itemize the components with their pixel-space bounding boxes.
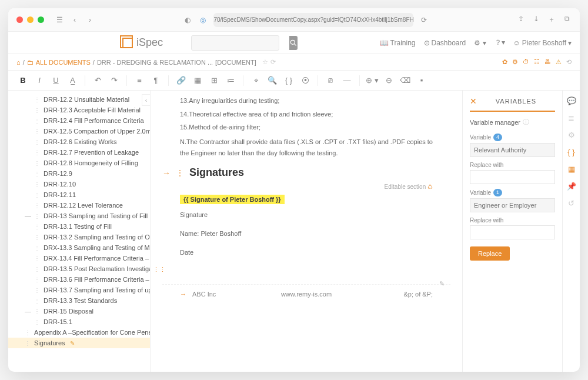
close-panel-icon[interactable]: ✕: [470, 96, 477, 106]
replace-input-1[interactable]: [470, 170, 555, 184]
outline-item[interactable]: ⋮DRR-13.5 Post Reclamation Investigation: [8, 264, 150, 274]
italic-button[interactable]: I: [33, 74, 46, 87]
anchor-button[interactable]: ⌖: [249, 74, 262, 87]
var-button[interactable]: ⦿: [299, 74, 312, 87]
crumb-folder-icon[interactable]: 🗀: [27, 59, 34, 66]
action-icon-4[interactable]: ☷: [534, 58, 540, 66]
redo-button[interactable]: ↷: [108, 74, 121, 87]
outline-item[interactable]: ⋮DRR-12.6 Existing Works: [8, 136, 150, 147]
action-icon-1[interactable]: ✿: [502, 58, 507, 66]
outline-item[interactable]: ⋮DRR-13.1 Testing of Fill: [8, 221, 150, 232]
fullscreen-button[interactable]: ▪: [415, 74, 428, 87]
sidebar-toggle-icon[interactable]: ☰: [55, 16, 64, 24]
nav-dashboard[interactable]: ⊙ Dashboard: [424, 39, 466, 47]
list-button[interactable]: ≔: [224, 74, 237, 87]
align-button[interactable]: ≡: [133, 74, 146, 87]
recycle-icon[interactable]: ♺: [427, 184, 433, 190]
nav-forward-icon[interactable]: ›: [85, 16, 95, 24]
collapse-sidebar-icon[interactable]: ‹: [142, 94, 150, 106]
clear-format-button[interactable]: ⌫: [399, 74, 412, 87]
sig-marker-icon[interactable]: ⋮⋮: [153, 266, 166, 274]
extension-icon[interactable]: ◎: [198, 16, 208, 24]
nav-settings-icon[interactable]: ⚙ ▾: [474, 39, 486, 47]
outline-item[interactable]: ⋮DRR-13.3 Test Standards: [8, 295, 150, 306]
image-button[interactable]: ▦: [191, 74, 204, 87]
variable-manager-link[interactable]: Variable managerⓘ: [470, 118, 555, 126]
maximize-window[interactable]: [38, 16, 44, 23]
footer-arrow-icon[interactable]: →: [180, 291, 186, 298]
link-button[interactable]: 🔗: [175, 74, 188, 87]
outline-item[interactable]: ⋮DRX-13.3 Sampling and Testing of Marine…: [8, 242, 150, 253]
rail-history-icon[interactable]: ↺: [568, 199, 574, 208]
nav-help-icon[interactable]: ？▾: [495, 38, 505, 48]
nav-back-icon[interactable]: ‹: [70, 16, 79, 24]
outline-item[interactable]: ⋮DRR-13.6 Fill Performance Criteria – De…: [8, 274, 150, 285]
help-icon[interactable]: ⓘ: [523, 118, 529, 126]
outline-sidebar[interactable]: ‹ ⋮DRR-12.2 Unsuitable Material⋮DRR-12.3…: [8, 91, 151, 372]
signature-placeholder[interactable]: {{ Signature of Pieter Boshoff }}: [180, 195, 285, 204]
outline-item[interactable]: ⋮DRR-12.10: [8, 179, 150, 189]
outline-item[interactable]: ⋮DRR-12.7 Prevention of Leakage: [8, 147, 150, 158]
underline-button[interactable]: U: [49, 74, 62, 87]
search-input[interactable]: [192, 36, 289, 50]
replace-button[interactable]: Replace: [470, 246, 510, 261]
close-window[interactable]: [16, 16, 23, 23]
undo-button[interactable]: ↶: [91, 74, 104, 87]
edit-footer-icon[interactable]: ✎: [439, 280, 445, 288]
minimize-window[interactable]: [27, 16, 34, 23]
rail-chat-icon[interactable]: 💬: [567, 96, 576, 105]
reload-icon[interactable]: ⟳: [419, 16, 429, 24]
global-search[interactable]: [191, 35, 279, 51]
url-bar[interactable]: 192.168.1.170/iSpecDMS/ShowDocumentCopy.…: [213, 13, 413, 27]
rail-code-icon[interactable]: { }: [567, 148, 574, 156]
outline-item[interactable]: ⋮DRR-12.8 Homogeneity of Filling: [8, 158, 150, 168]
shield-icon[interactable]: ◐: [183, 16, 192, 24]
zoom-in-button[interactable]: ⊕ ▾: [366, 74, 379, 87]
outline-item[interactable]: ⋮DRX-13.4 Fill Performance Criteria – De…: [8, 253, 150, 264]
sync-icon[interactable]: ⟲: [566, 58, 572, 66]
rail-pin-icon[interactable]: 📌: [567, 182, 576, 191]
outline-item[interactable]: ⋮DRR-13.7 Sampling and Testing of upper …: [8, 285, 150, 295]
star-icon[interactable]: ☆: [262, 58, 268, 66]
bold-button[interactable]: B: [16, 74, 29, 87]
document-content[interactable]: 13.Any irregularities during testing; 14…: [151, 91, 462, 372]
crumb-all-docs[interactable]: ALL DOCUMENTS: [36, 59, 91, 66]
action-icon-2[interactable]: ⚙: [512, 58, 518, 66]
outline-item[interactable]: ⋮DRR-12.12 Level Tolerance: [8, 200, 150, 211]
outline-item[interactable]: ⋮DRR-12.4 Fill Performance Criteria: [8, 115, 150, 126]
outline-item[interactable]: ⋮Appendix A –Specification for Cone Pene…: [8, 327, 150, 338]
font-color-button[interactable]: A̲: [66, 74, 79, 87]
section-arrow-icon[interactable]: →: [162, 168, 171, 178]
outline-item[interactable]: ⋮DRX-12.5 Compaction of Upper 2.0m of On…: [8, 126, 150, 136]
pagebreak-button[interactable]: ⎚: [324, 74, 337, 87]
replace-input-2[interactable]: [470, 225, 555, 239]
outline-item[interactable]: ⋮DRR-13.2 Sampling and Testing of On Lan…: [8, 232, 150, 242]
action-icon-5[interactable]: 🖶: [544, 58, 551, 66]
new-tab-icon[interactable]: ＋: [547, 15, 556, 25]
logo[interactable]: iSpec: [122, 36, 163, 49]
outline-item[interactable]: —⋮DRR-15 Disposal: [8, 306, 150, 316]
refresh-icon[interactable]: ⟳: [270, 58, 276, 66]
download-icon[interactable]: ⤓: [532, 15, 541, 25]
crumb-home-icon[interactable]: ⌂: [16, 59, 21, 66]
outline-item[interactable]: ⋮DRR-12.9: [8, 168, 150, 179]
rail-grid-icon[interactable]: ▦: [568, 165, 575, 174]
outline-item[interactable]: ⋮Signatures✎: [8, 338, 150, 348]
search-button[interactable]: [289, 36, 298, 50]
outline-item[interactable]: ⋮DRR-15.1: [8, 316, 150, 327]
share-icon[interactable]: ⇪: [516, 15, 526, 25]
action-icon-3[interactable]: ⏱: [523, 58, 529, 66]
variable-input-1[interactable]: [470, 143, 555, 157]
hr-button[interactable]: —: [340, 74, 353, 87]
indent-button[interactable]: ¶: [149, 74, 162, 87]
outline-item[interactable]: ⋮DRR-12.3 Acceptable Fill Material: [8, 105, 150, 115]
tabs-icon[interactable]: ⧉: [562, 15, 572, 25]
section-drag-icon[interactable]: ⋮: [176, 169, 183, 177]
outline-item[interactable]: —⋮DRR-13 Sampling and Testing of Fill: [8, 211, 150, 221]
code-button[interactable]: { }: [282, 74, 295, 87]
outline-item[interactable]: ⋮DRR-12.11: [8, 189, 150, 200]
nav-user[interactable]: ☺ Pieter Boshoff ▾: [513, 39, 572, 47]
zoom-out-button[interactable]: ⊖: [382, 74, 395, 87]
outline-item[interactable]: ⋮DRR-12.2 Unsuitable Material: [8, 94, 150, 105]
warning-icon[interactable]: ⚠: [556, 58, 562, 66]
